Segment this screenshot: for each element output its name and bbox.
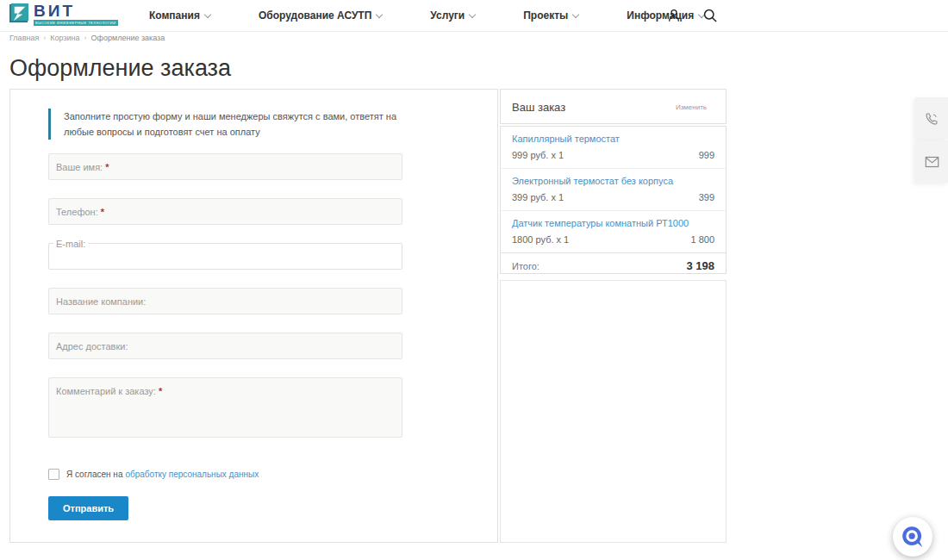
product-link[interactable]: Датчик температуры комнатный РТ1000 bbox=[512, 218, 714, 229]
logo-tagline: высокие инженерные технологии bbox=[34, 20, 118, 26]
nav-item-services[interactable]: Услуги bbox=[430, 9, 475, 22]
order-item: Электронный термостат без корпуса 399 ру… bbox=[501, 168, 726, 210]
consent-checkbox[interactable] bbox=[48, 469, 59, 480]
breadcrumb-current: Оформление заказа bbox=[91, 34, 165, 42]
callback-button[interactable] bbox=[915, 97, 948, 140]
email-input[interactable] bbox=[49, 244, 402, 269]
search-icon[interactable] bbox=[702, 7, 719, 24]
logo-text: ВИТ bbox=[34, 3, 118, 20]
address-field: Адрес доставки: bbox=[48, 333, 402, 359]
order-header-card: Ваш заказ Изменить bbox=[500, 89, 727, 124]
nav-label: Услуги bbox=[430, 9, 465, 22]
total-label: Итого: bbox=[512, 261, 539, 271]
company-logo[interactable]: ВИТ высокие инженерные технологии bbox=[9, 3, 118, 26]
chat-widget-button[interactable] bbox=[893, 517, 932, 557]
consent-row: Я согласен на обработку персональных дан… bbox=[48, 469, 259, 480]
chat-bubble-icon bbox=[901, 525, 925, 549]
company-field: Название компании: bbox=[48, 288, 402, 314]
submit-button[interactable]: Отправить bbox=[48, 496, 128, 520]
email-contact-button[interactable] bbox=[915, 140, 948, 183]
logo-icon bbox=[9, 3, 30, 24]
form-intro: Заполните простую форму и наши менеджеры… bbox=[48, 109, 407, 140]
product-link[interactable]: Электронный термостат без корпуса bbox=[512, 176, 714, 187]
product-subtotal: 399 bbox=[699, 192, 714, 202]
top-header: ВИТ высокие инженерные технологии Компан… bbox=[0, 0, 948, 32]
breadcrumb-separator: › bbox=[43, 34, 46, 42]
checkout-form-panel: Заполните простую форму и наши менеджеры… bbox=[9, 89, 498, 543]
name-field: Ваше имя:* bbox=[48, 153, 402, 180]
company-input[interactable] bbox=[49, 289, 402, 314]
product-qty: 999 руб. x 1 bbox=[512, 150, 564, 160]
consent-text: Я согласен на bbox=[66, 470, 122, 479]
intro-text: Заполните простую форму и наши менеджеры… bbox=[64, 109, 407, 140]
nav-label: Оборудование АСУТП bbox=[259, 9, 371, 22]
page-title: Оформление заказа bbox=[9, 55, 231, 82]
order-extra-card bbox=[500, 280, 727, 543]
breadcrumb: Главная › Корзина › Оформление заказа bbox=[9, 34, 165, 42]
main-nav: Компания Оборудование АСУТП Услуги Проек… bbox=[149, 0, 704, 31]
phone-icon bbox=[925, 112, 939, 126]
mail-icon bbox=[925, 156, 939, 168]
phone-input[interactable] bbox=[49, 199, 402, 224]
chevron-down-icon bbox=[572, 10, 579, 17]
order-edit-link[interactable]: Изменить bbox=[676, 103, 707, 110]
nav-item-company[interactable]: Компания bbox=[149, 9, 210, 22]
order-item: Капиллярный термостат 999 руб. x 1 999 bbox=[501, 127, 726, 168]
order-item: Датчик температуры комнатный РТ1000 1800… bbox=[501, 210, 726, 252]
product-subtotal: 999 bbox=[699, 150, 714, 160]
order-title: Ваш заказ bbox=[512, 100, 565, 113]
chevron-down-icon bbox=[204, 10, 211, 17]
comment-textarea[interactable] bbox=[49, 378, 402, 437]
personal-data-link[interactable]: обработку персональных данных bbox=[125, 470, 259, 479]
order-items-card: Капиллярный термостат 999 руб. x 1 999 Э… bbox=[500, 126, 727, 274]
nav-label: Компания bbox=[149, 9, 200, 22]
product-qty: 399 руб. x 1 bbox=[512, 192, 564, 202]
breadcrumb-cart[interactable]: Корзина bbox=[50, 34, 79, 42]
email-field: E-mail: bbox=[48, 243, 402, 270]
nav-item-projects[interactable]: Проекты bbox=[523, 9, 578, 22]
product-subtotal: 1 800 bbox=[690, 234, 714, 245]
chevron-down-icon bbox=[376, 10, 383, 17]
comment-field: Комментарий к заказу:* bbox=[48, 377, 402, 438]
phone-field: Телефон:* bbox=[48, 198, 402, 225]
address-input[interactable] bbox=[49, 333, 402, 358]
intro-accent-bar bbox=[48, 109, 51, 140]
product-qty: 1800 руб. x 1 bbox=[512, 234, 569, 245]
chevron-down-icon bbox=[469, 10, 476, 17]
nav-item-equipment[interactable]: Оборудование АСУТП bbox=[259, 9, 382, 22]
name-input[interactable] bbox=[49, 154, 402, 179]
breadcrumb-separator: › bbox=[84, 34, 87, 42]
product-link[interactable]: Капиллярный термостат bbox=[512, 134, 714, 145]
person-icon[interactable] bbox=[665, 7, 683, 24]
nav-label: Проекты bbox=[523, 9, 568, 22]
contact-side-widget bbox=[915, 97, 948, 184]
breadcrumb-home[interactable]: Главная bbox=[9, 34, 39, 42]
total-value: 3 198 bbox=[686, 259, 714, 272]
order-total-row: Итого: 3 198 bbox=[501, 252, 726, 274]
